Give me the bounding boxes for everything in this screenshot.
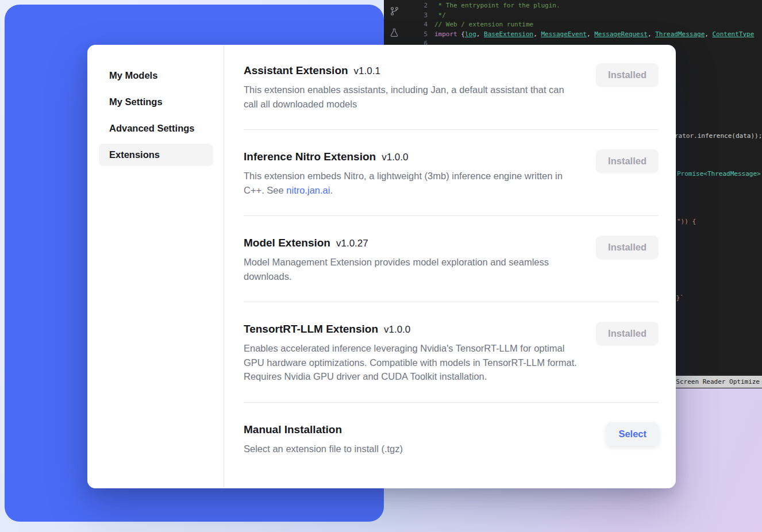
sidebar-item-advanced-settings[interactable]: Advanced Settings xyxy=(99,117,213,140)
extensions-list: Assistant Extension v1.0.1 This extensio… xyxy=(224,45,676,488)
manual-installation-description: Select an extension file to install (.tg… xyxy=(244,442,403,456)
extension-row-model: Model Extension v1.0.27 Model Management… xyxy=(244,237,659,283)
manual-installation-row: Manual Installation Select an extension … xyxy=(244,423,659,456)
extension-description: This extension embeds Nitro, a lightweig… xyxy=(244,169,578,197)
extension-title: Assistant Extension xyxy=(244,64,348,77)
beaker-icon[interactable] xyxy=(384,22,405,44)
sidebar-item-my-settings[interactable]: My Settings xyxy=(99,91,213,113)
settings-modal: My Models My Settings Advanced Settings … xyxy=(87,45,676,488)
code-fragment: rator.inference(data)); xyxy=(675,132,762,140)
installed-button[interactable]: Installed xyxy=(596,322,659,345)
extension-title: Inference Nitro Extension xyxy=(244,151,376,163)
editor-code[interactable]: * The entrypoint for the plugin. */ // W… xyxy=(434,1,754,39)
extension-row-tensorrt: TensortRT-LLM Extension v1.0.0 Enables a… xyxy=(244,323,659,384)
divider xyxy=(244,402,659,403)
screen-reader-badge[interactable]: Screen Reader Optimize xyxy=(670,376,762,388)
extension-title: TensortRT-LLM Extension xyxy=(244,323,378,336)
sidebar-item-my-models[interactable]: My Models xyxy=(99,64,213,87)
divider xyxy=(244,215,659,216)
select-file-button[interactable]: Select xyxy=(606,422,659,446)
installed-button[interactable]: Installed xyxy=(596,149,659,173)
extension-description: Model Management Extension provides mode… xyxy=(244,255,578,283)
nitro-jan-ai-link[interactable]: nitro.jan.ai xyxy=(286,185,330,195)
extension-version: v1.0.27 xyxy=(336,238,368,249)
sidebar-item-extensions[interactable]: Extensions xyxy=(99,144,213,166)
installed-button[interactable]: Installed xyxy=(596,63,659,87)
editor-line-numbers: 2 3 4 5 6 xyxy=(405,1,428,49)
desktop-background: 2 3 4 5 6 * The entrypoint for the plugi… xyxy=(0,0,762,532)
divider xyxy=(244,129,659,130)
divider xyxy=(244,302,659,302)
extension-version: v1.0.0 xyxy=(382,152,408,163)
source-control-icon[interactable] xyxy=(384,0,405,22)
extension-row-assistant: Assistant Extension v1.0.1 This extensio… xyxy=(244,64,659,111)
code-comment: */ xyxy=(434,11,446,19)
code-import-line: import {log, BaseExtension, MessageEvent… xyxy=(434,30,754,40)
manual-installation-title: Manual Installation xyxy=(244,423,342,436)
extension-row-nitro: Inference Nitro Extension v1.0.0 This ex… xyxy=(244,151,659,197)
code-comment: * The entrypoint for the plugin. xyxy=(434,2,560,9)
code-fragment: ")) { xyxy=(677,218,696,225)
extension-description: Enables accelerated inference leveraging… xyxy=(244,341,578,384)
code-comment: // Web / extension runtime xyxy=(434,21,533,28)
extension-version: v1.0.1 xyxy=(354,65,380,77)
extension-description: This extension enables assistants, inclu… xyxy=(244,83,578,111)
settings-sidebar: My Models My Settings Advanced Settings … xyxy=(87,45,224,488)
code-fragment: Promise<ThreadMessage> xyxy=(677,170,761,178)
extension-title: Model Extension xyxy=(244,237,330,249)
installed-button[interactable]: Installed xyxy=(596,236,659,259)
extension-version: v1.0.0 xyxy=(384,324,410,336)
